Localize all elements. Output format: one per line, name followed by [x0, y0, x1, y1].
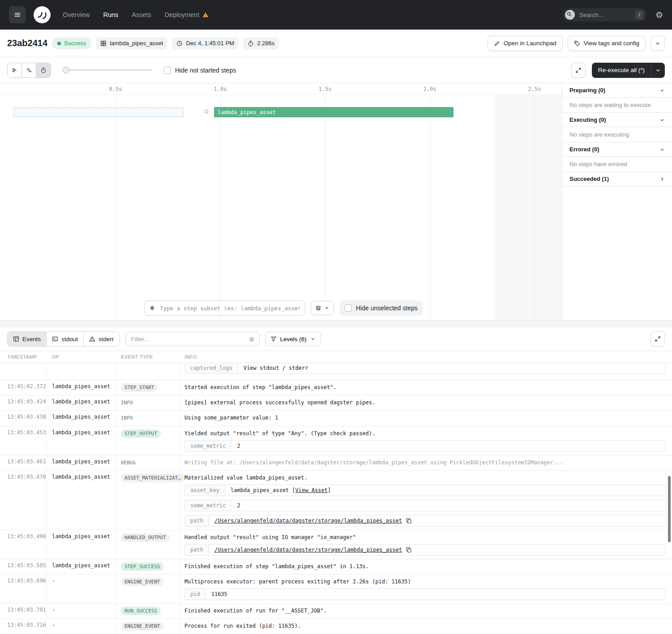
metadata-value: 11635 [206, 589, 665, 600]
event-type-badge: STEP_SUCCESS [121, 562, 163, 571]
log-message: Materialized value lambda_pipes_asset. [184, 475, 666, 481]
waiting-range-box [13, 107, 184, 117]
path-link[interactable]: /Users/alangenfeld/data/dagster/storage/… [214, 547, 402, 553]
nav-item-assets[interactable]: Assets [132, 11, 151, 18]
hide-unselected-checkbox[interactable] [345, 304, 352, 312]
log-info: Started execution of step "lambda_pipes_… [181, 380, 672, 395]
asset-grid-icon [100, 40, 107, 47]
table-row[interactable]: captured_logsView stdout / stderr [0, 363, 672, 380]
table-row[interactable]: 13:45:03.470lambda_pipes_assetASSET_MATE… [0, 471, 672, 530]
table-row[interactable]: 13:45:03.505lambda_pipes_assetSTEP_SUCCE… [0, 559, 672, 574]
nested-list-icon [26, 67, 32, 73]
step-start-marker [205, 110, 208, 113]
hide-not-started-checkbox-row[interactable]: Hide not started steps [164, 67, 236, 74]
panel-divider[interactable] [0, 320, 672, 327]
nav-item-deployment[interactable]: Deployment [165, 11, 209, 18]
event-type-badge: DEBUG [121, 458, 136, 467]
log-filter-box[interactable]: ⊗ [125, 332, 260, 346]
log-filter-input[interactable] [130, 335, 245, 343]
path-link[interactable]: /Users/alangenfeld/data/dagster/storage/… [214, 518, 402, 524]
axis-tick-label: 2.0s [424, 86, 437, 92]
menu-button[interactable] [9, 6, 26, 23]
search-input[interactable] [578, 11, 632, 19]
table-row[interactable]: 13:45:03.716-ENGINE_EVENTProcess for run… [0, 619, 672, 634]
log-op: - [47, 604, 116, 618]
chevron-down-icon [655, 40, 661, 47]
metadata-label: asset_key [185, 485, 225, 496]
view-mode-timed-button[interactable] [36, 63, 51, 77]
search-icon [565, 10, 575, 20]
table-row[interactable]: 13:45:03.424lambda_pipes_assetINFO[pipes… [0, 395, 672, 411]
hide-not-started-checkbox[interactable] [164, 67, 171, 74]
log-op: lambda_pipes_asset [47, 426, 116, 455]
sidebar-section-header-1[interactable]: Executing (0) [562, 113, 672, 127]
sidebar-section-header-2[interactable]: Errored (0) [562, 142, 672, 157]
log-timestamp [0, 363, 47, 380]
asset-chip[interactable]: lambda_pipes_asset [96, 37, 167, 50]
nav-item-runs[interactable]: Runs [103, 11, 118, 18]
log-info: Multiprocess executor: parent process ex… [181, 574, 672, 603]
tab-stdout[interactable]: stdout [47, 332, 84, 346]
step-subset-inputbox[interactable] [144, 300, 305, 316]
table-row[interactable]: 13:45:02.372lambda_pipes_assetSTEP_START… [0, 380, 672, 395]
gantt-fullscreen-button[interactable] [571, 63, 586, 78]
zoom-slider[interactable] [63, 67, 152, 74]
levels-filter-button[interactable]: Levels (6) [265, 332, 321, 346]
metadata-tag: some_metric2 [184, 500, 666, 511]
metadata-value: View stdout / stderr [238, 363, 665, 373]
copy-icon[interactable] [406, 547, 412, 553]
log-info: Writing file at: /Users/alangenfeld/data… [181, 455, 672, 470]
sidebar-section-header-0[interactable]: Preparing (0) [562, 83, 672, 98]
table-row[interactable]: 13:45:03.701-RUN_SUCCESSFinished executi… [0, 604, 672, 619]
logs-toolbar: Eventsstdoutstderr ⊗ Levels (6) [0, 327, 672, 351]
gantt-axis: 0.5s1.0s1.5s2.0s2.5s [0, 83, 562, 95]
app-root: OverviewRunsAssetsDeployment / ⚙ 23ab241… [0, 0, 672, 634]
hide-unselected-checkbox-row[interactable]: Hide unselected steps [339, 300, 423, 316]
run-more-actions-button[interactable] [651, 36, 665, 51]
hide-not-started-label: Hide not started steps [175, 67, 236, 74]
metadata-label: some_metric [185, 500, 231, 511]
log-timestamp: 13:45:03.498 [0, 530, 47, 559]
table-row[interactable]: 13:45:03.498lambda_pipes_assetHANDLED_OU… [0, 530, 672, 559]
log-op: lambda_pipes_asset [47, 411, 116, 425]
hamburger-icon [14, 11, 21, 18]
copy-icon[interactable] [406, 518, 412, 524]
search-box[interactable]: / [563, 8, 646, 21]
reexecute-dropdown-toggle[interactable] [651, 67, 665, 73]
tab-stderr[interactable]: stderr [84, 332, 120, 346]
zoom-slider-knob[interactable] [63, 67, 69, 73]
log-info: Using some_parameter value: 1 [181, 411, 672, 425]
view-mode-waterfall-button[interactable] [22, 63, 36, 77]
reexecute-all-button[interactable]: Re-execute all (*) [592, 63, 665, 78]
stopwatch-icon [40, 67, 47, 73]
open-launchpad-button[interactable]: Open in Launchpad [488, 36, 563, 51]
step-bar-label: lambda_pipes_asset [218, 109, 276, 116]
nav-item-overview[interactable]: Overview [63, 11, 90, 18]
table-row[interactable]: 13:45:03.461lambda_pipes_assetDEBUGWriti… [0, 455, 672, 471]
table-row[interactable]: 13:45:03.438lambda_pipes_assetINFOUsing … [0, 411, 672, 426]
metadata-value: 2 [231, 441, 665, 451]
view-asset-link[interactable]: View Asset [295, 487, 328, 493]
view-mode-flat-button[interactable] [8, 63, 22, 77]
metadata-tag: captured_logsView stdout / stderr [184, 363, 666, 374]
log-message: Using some_parameter value: 1 [184, 415, 666, 421]
chevron-down-icon [659, 117, 665, 123]
scrollbar-thumb[interactable] [668, 476, 671, 542]
table-row[interactable]: 13:45:03.453lambda_pipes_assetSTEP_OUTPU… [0, 426, 672, 455]
tab-events[interactable]: Events [8, 332, 47, 346]
step-subset-input[interactable] [159, 304, 300, 312]
log-event-type [116, 363, 181, 380]
event-type-badge: STEP_START [121, 383, 158, 392]
view-tags-config-label: View tags and config [584, 40, 639, 47]
settings-gear-icon[interactable]: ⚙ [655, 11, 663, 19]
logs-fullscreen-button[interactable] [651, 331, 665, 347]
table-row[interactable]: 13:45:03.696-ENGINE_EVENTMultiprocess ex… [0, 574, 672, 604]
step-bar[interactable]: lambda_pipes_asset [214, 107, 454, 117]
event-type-badge: HANDLED_OUTPUT [121, 533, 170, 542]
sidebar-section-header-3[interactable]: Succeeded (1) [562, 172, 672, 186]
view-tags-config-button[interactable]: View tags and config [568, 36, 646, 51]
axis-tick-label: 2.5s [528, 86, 541, 92]
log-op: - [47, 619, 116, 634]
graph-query-toggle-button[interactable] [311, 301, 334, 315]
clear-filter-icon[interactable]: ⊗ [249, 336, 255, 343]
